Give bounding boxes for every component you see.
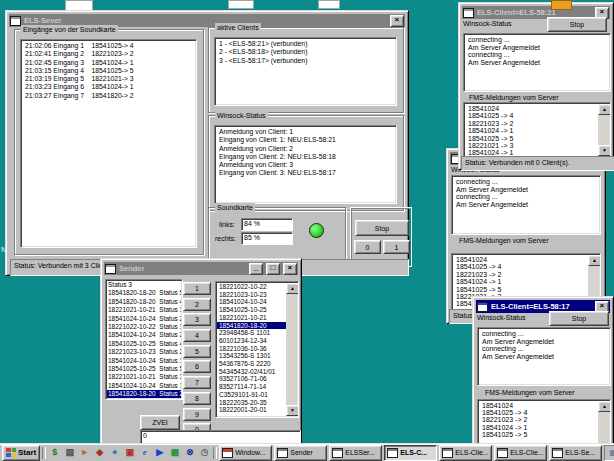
list-item[interactable]: 18541024-10-24	[217, 298, 286, 306]
list-item[interactable]: connecting ...	[453, 178, 599, 186]
notes-icon[interactable]: ▤	[63, 446, 76, 459]
list-item[interactable]: 13543256-S 1301	[217, 352, 286, 360]
one-button[interactable]: 1	[383, 240, 410, 254]
list-item[interactable]: 18541024-10-24 Status 1	[107, 382, 181, 390]
minimize-icon[interactable]: _	[249, 263, 263, 275]
list-item[interactable]: Anmeldung von Client: 1	[216, 128, 395, 136]
list-item[interactable]: 21:03:19 Eingang 5 18221021-> 3	[22, 75, 195, 83]
list-item[interactable]: connecting ...	[465, 51, 609, 59]
list-item[interactable]: 18541820-18-20 Status 5	[107, 289, 181, 297]
list-item[interactable]: 18541024-10-24 Status 2	[107, 331, 181, 339]
list-item[interactable]: connecting ...	[453, 193, 599, 201]
taskbar-button-elsserver[interactable]: ELSSer...	[329, 445, 382, 461]
list-item[interactable]: 18221022-10-22 Status 1	[107, 323, 181, 331]
stop-button[interactable]: Stop	[547, 17, 607, 32]
close-icon[interactable]: ×	[283, 263, 297, 275]
display-icon[interactable]: ▦	[608, 447, 614, 458]
scroll-down-icon[interactable]: ▼	[598, 145, 611, 156]
desktop-icon-fragment[interactable]	[318, 0, 340, 9]
start-button[interactable]: Start	[2, 445, 40, 461]
keypad-button[interactable]: 8	[183, 392, 211, 405]
keypad-button[interactable]: 7	[183, 376, 211, 389]
list-item[interactable]: 18541024	[465, 105, 598, 112]
list-item[interactable]: 18222001-20-01	[217, 406, 286, 414]
list-item[interactable]: 18541024 -> 1	[479, 424, 598, 431]
list-item[interactable]: Eingang von Client: 3: NEU:ELS-58:17	[216, 169, 395, 177]
stop-button[interactable]: Stop	[549, 311, 609, 326]
list-item[interactable]: connecting ...	[465, 36, 609, 44]
list-item[interactable]: Am Server Angemeldet	[453, 186, 599, 194]
list-item[interactable]: C3529101-91-01	[217, 391, 286, 399]
code-input[interactable]: 0	[140, 430, 301, 444]
list-item[interactable]: Am Server Angemeldet	[465, 59, 609, 67]
list-item[interactable]: Am Server Angemeldet	[453, 201, 599, 209]
list-item[interactable]: 83527114-71-14	[217, 383, 286, 391]
list-item[interactable]: 18221023 -> 2	[453, 271, 588, 278]
paint-icon[interactable]: ◆	[93, 446, 106, 459]
list-item[interactable]: connecting ...	[479, 345, 609, 353]
taskbar-button-sender[interactable]: Sender	[274, 445, 327, 461]
scrollbar[interactable]: ▲ ▼	[598, 104, 609, 156]
list-item[interactable]: 1 - <ELS-58:21> (verbunden)	[216, 40, 395, 48]
taskbar-button-window[interactable]: Window...	[219, 445, 272, 461]
list-item[interactable]: 18221021-10-21	[217, 314, 286, 322]
list-item[interactable]: 93527106-71-06	[217, 375, 286, 383]
list-item[interactable]: 18221023 -> 2	[479, 416, 598, 423]
list-item[interactable]: Anmeldung von Client: 2	[216, 145, 395, 153]
list-item[interactable]: 18541820-18-20	[217, 322, 286, 330]
keypad-button[interactable]: 5	[183, 345, 211, 358]
list-item[interactable]: Status 3	[107, 281, 181, 289]
scroll-down-icon[interactable]: ▼	[286, 405, 299, 416]
list-item[interactable]: 21:03:15 Eingang 4 18541025-> 5	[22, 67, 195, 75]
scroll-up-icon[interactable]: ▲	[598, 401, 611, 412]
globe-icon[interactable]: ●	[108, 446, 121, 459]
list-item[interactable]: 2 - <ELS-58:18> (verbunden)	[216, 48, 395, 56]
list-item[interactable]: 21:02:41 Eingang 2 18221023-> 2	[22, 50, 195, 58]
list-item[interactable]: 18541025 -> 5	[465, 135, 598, 142]
list-item[interactable]: 23948458-S 1101	[217, 329, 286, 337]
list-item[interactable]: Eingang von Client: 2: NEU:ELS-58:18	[216, 153, 395, 161]
pointer-icon[interactable]: ►	[78, 446, 91, 459]
list-item[interactable]: 18221023-10-23 Status 2	[107, 348, 181, 356]
list-item[interactable]: 18541025 -> 4	[465, 112, 598, 119]
list-item[interactable]: connecting ...	[479, 330, 609, 338]
list-item[interactable]: Anmeldung von Client: 3	[216, 161, 395, 169]
keypad-button[interactable]: 9	[183, 408, 211, 421]
chart-icon[interactable]: ▦	[168, 446, 181, 459]
list-item[interactable]: 18541024	[453, 256, 588, 263]
taskbar-button-elssender[interactable]: ELS-Se...	[549, 445, 602, 461]
stop-button[interactable]: Stop	[355, 220, 409, 236]
list-item[interactable]: 18541025-10-25 Status 5	[107, 365, 181, 373]
list-item[interactable]: 18541025 -> 5	[479, 431, 598, 438]
list-item[interactable]: 18221021 -> 3	[465, 142, 598, 149]
list-item[interactable]: 18221022-10-22	[217, 283, 286, 291]
list-item[interactable]: 18541025 -> 5	[453, 286, 588, 293]
list-item[interactable]: 21:02:06 Eingang 1 18541025-> 4	[22, 42, 195, 50]
list-item[interactable]: 21:03:23 Eingang 6 18541024-> 1	[22, 83, 195, 91]
keypad-button[interactable]: 4	[183, 329, 211, 342]
sender-titlebar[interactable]: Sender _ □ ×	[104, 262, 298, 275]
clock-icon[interactable]: ◷	[198, 446, 211, 459]
list-item[interactable]: 18541025 -> 4	[453, 263, 588, 270]
list-item[interactable]: 18221023 -> 2	[465, 120, 598, 127]
list-item[interactable]: 18541024	[479, 402, 598, 409]
keypad-button[interactable]: 6	[183, 360, 211, 373]
list-item[interactable]: 60101234-12-34	[217, 337, 286, 345]
list-item[interactable]: 18541025 -> 4	[479, 409, 598, 416]
keypad-button[interactable]: 1	[183, 282, 211, 295]
list-item[interactable]: 18221023-10-23	[217, 291, 286, 299]
taskbar-button-elsclient-3[interactable]: ELS-Clie...	[494, 445, 547, 461]
list-item[interactable]: 54367876-S 2220	[217, 360, 286, 368]
scroll-up-icon[interactable]: ▲	[598, 104, 611, 115]
list-item[interactable]: 18541820-18-20 Status 4	[107, 298, 181, 306]
list-item[interactable]: 18541024 -> 1	[453, 278, 588, 285]
list-item[interactable]: 18221036-10-36	[217, 345, 286, 353]
taskbar-button-elsclient-active[interactable]: ELS-C...	[384, 445, 437, 461]
list-item[interactable]: 21:03:27 Eingang 7 18541820-> 2	[22, 92, 195, 100]
desktop-icon-fragment[interactable]	[551, 0, 572, 10]
flag-icon[interactable]: ▶	[153, 446, 166, 459]
desktop-icon-fragment[interactable]	[228, 0, 254, 9]
explorer-icon[interactable]: e	[138, 446, 151, 459]
zero-button[interactable]: 0	[354, 240, 381, 254]
list-item[interactable]: 18221021-10-21 Status 1	[107, 306, 181, 314]
